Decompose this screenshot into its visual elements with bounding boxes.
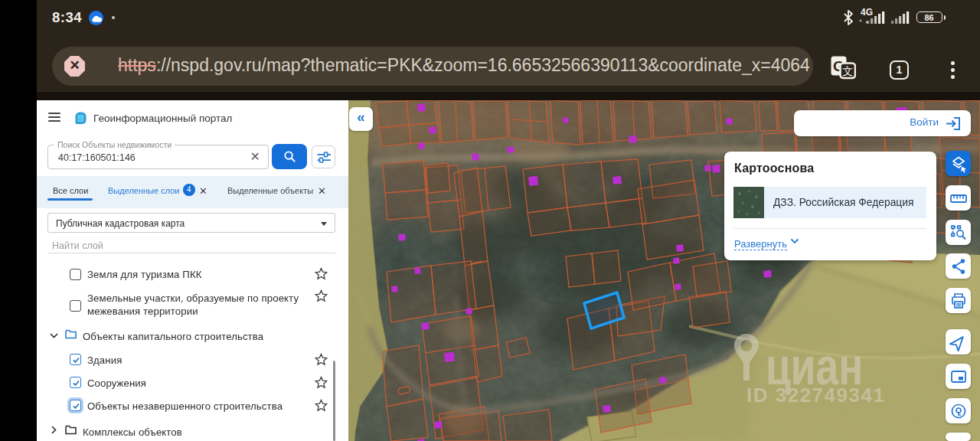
svg-text:ID 322749341: ID 322749341 xyxy=(746,384,885,407)
svg-text:文: 文 xyxy=(842,65,853,77)
